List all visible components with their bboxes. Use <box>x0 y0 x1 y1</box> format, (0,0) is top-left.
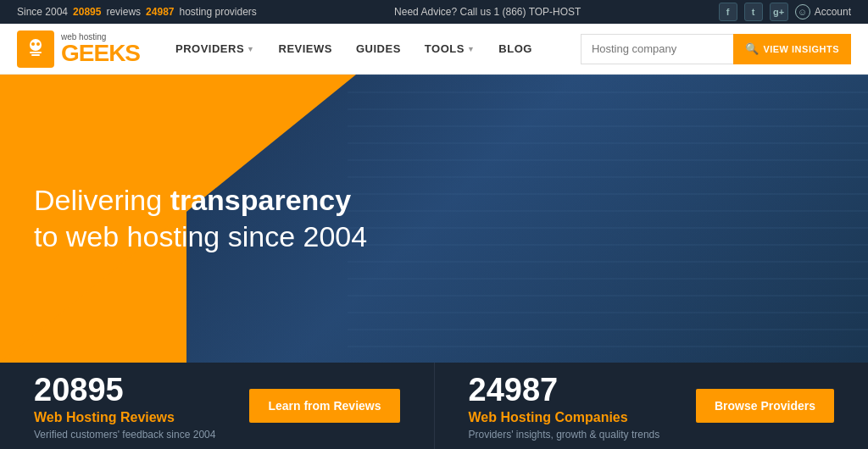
top-bar: Since 2004 20895 reviews 24987 hosting p… <box>0 0 868 24</box>
logo-icon <box>17 30 54 68</box>
providers-desc: Providers' insights, growth & quality tr… <box>469 429 696 441</box>
reviews-label-stat: Web Hosting Reviews <box>34 410 249 425</box>
logo-text: web hosting GEEKS <box>61 33 140 65</box>
nav-providers[interactable]: PROVIDERS ▼ <box>165 24 265 75</box>
svg-point-0 <box>30 39 42 51</box>
stats-right: 24987 Web Hosting Companies Providers' i… <box>435 363 869 449</box>
search-icon: 🔍 <box>745 42 760 55</box>
hero-line1: Delivering transparency <box>34 184 367 217</box>
svg-point-3 <box>31 42 35 46</box>
nav-search: 🔍 VIEW INSIGHTS <box>581 34 851 64</box>
stats-right-text: 24987 Web Hosting Companies Providers' i… <box>469 372 696 441</box>
nav-links: PROVIDERS ▼ REVIEWS GUIDES TOOLS ▼ BLOG <box>165 24 581 75</box>
top-bar-left: Since 2004 20895 reviews 24987 hosting p… <box>17 6 257 18</box>
stats-left-text: 20895 Web Hosting Reviews Verified custo… <box>34 372 249 441</box>
stats-left: 20895 Web Hosting Reviews Verified custo… <box>0 363 435 449</box>
hero-bold: transparency <box>170 184 352 216</box>
phone-text: Need Advice? Call us 1 (866) TOP-HOST <box>394 6 581 18</box>
hero-content: Delivering transparency to web hosting s… <box>34 184 367 253</box>
nav-reviews[interactable]: REVIEWS <box>269 24 342 75</box>
providers-label-stat: Web Hosting Companies <box>469 410 696 425</box>
providers-arrow: ▼ <box>247 45 254 53</box>
providers-label: hosting providers <box>179 6 256 18</box>
svg-rect-2 <box>31 54 40 56</box>
browse-providers-button[interactable]: Browse Providers <box>696 389 834 423</box>
reviews-count: 20895 <box>73 6 101 18</box>
learn-reviews-button[interactable]: Learn from Reviews <box>249 389 399 423</box>
reviews-number: 20895 <box>34 372 249 408</box>
svg-point-4 <box>36 42 40 46</box>
stats-bar: 20895 Web Hosting Reviews Verified custo… <box>0 363 868 449</box>
search-input[interactable] <box>581 34 733 64</box>
search-button[interactable]: 🔍 VIEW INSIGHTS <box>733 34 851 64</box>
logo-big: GEEKS <box>61 42 140 65</box>
top-bar-right: f t g+ ☺ Account <box>719 3 851 21</box>
reviews-desc: Verified customers' feedback since 2004 <box>34 429 249 441</box>
hero-line2: to web hosting since 2004 <box>34 220 367 253</box>
facebook-icon[interactable]: f <box>719 3 737 21</box>
search-btn-label: VIEW INSIGHTS <box>763 44 839 54</box>
reviews-label: reviews <box>106 6 141 18</box>
nav-bar: web hosting GEEKS PROVIDERS ▼ REVIEWS GU… <box>0 24 868 75</box>
nav-tools[interactable]: TOOLS ▼ <box>415 24 485 75</box>
nav-guides[interactable]: GUIDES <box>346 24 411 75</box>
account-icon: ☺ <box>795 4 810 19</box>
googleplus-icon[interactable]: g+ <box>770 3 788 21</box>
providers-number: 24987 <box>469 372 696 408</box>
account-button[interactable]: ☺ Account <box>795 4 851 19</box>
hero-section: Delivering transparency to web hosting s… <box>0 75 868 363</box>
twitter-icon[interactable]: t <box>744 3 763 21</box>
tools-arrow: ▼ <box>467 45 475 53</box>
since-text: Since 2004 <box>17 6 68 18</box>
svg-rect-1 <box>30 52 42 53</box>
nav-blog[interactable]: BLOG <box>488 24 542 75</box>
hero-prefix: Delivering <box>34 184 170 216</box>
account-label: Account <box>815 6 851 18</box>
logo[interactable]: web hosting GEEKS <box>17 30 140 68</box>
providers-count: 24987 <box>146 6 174 18</box>
